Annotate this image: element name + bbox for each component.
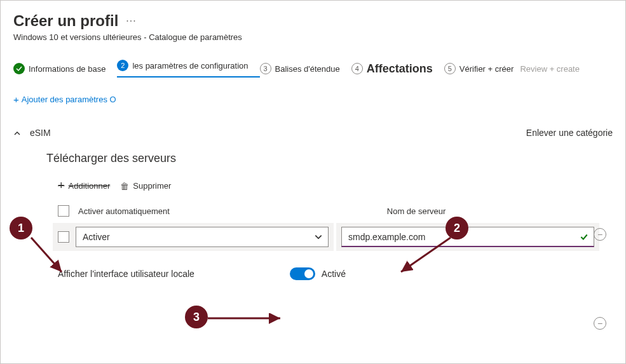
step-review[interactable]: 5 Vérifier + créer bbox=[444, 63, 526, 74]
arrow-1 bbox=[26, 233, 77, 283]
step-label: Review + create bbox=[520, 64, 580, 74]
chevron-up-icon bbox=[13, 129, 21, 137]
auto-enable-row: Activer automatiquement Nom de serveur bbox=[58, 205, 613, 217]
collapse-1[interactable]: − bbox=[594, 228, 606, 241]
fields-row: Activer smdp.example.com bbox=[53, 223, 613, 251]
step-config[interactable]: 2 les paramètres de configuration bbox=[117, 60, 259, 78]
enable-select[interactable]: Activer bbox=[76, 227, 329, 247]
step-label: Informations de base bbox=[29, 64, 105, 74]
page-subtitle: Windows 10 et versions ultérieures - Cat… bbox=[13, 32, 613, 42]
annotation-badge-3: 3 bbox=[185, 306, 208, 328]
toggle-state: Activé bbox=[322, 269, 346, 279]
svg-line-0 bbox=[31, 238, 62, 272]
check-icon bbox=[13, 63, 25, 74]
step-number-icon: 2 bbox=[117, 60, 128, 71]
enable-field-wrap: Activer bbox=[53, 223, 334, 251]
server-name-header: Nom de serveur bbox=[387, 206, 446, 216]
toggle-knob bbox=[304, 269, 313, 278]
step-number-icon: 5 bbox=[444, 63, 456, 74]
collapse-2[interactable]: − bbox=[594, 317, 606, 330]
annotation-badge-2: 2 bbox=[446, 217, 468, 239]
category-row: eSIM Enlever une catégorie bbox=[13, 128, 613, 138]
add-settings-label: Ajouter des paramètres O bbox=[22, 95, 116, 104]
show-ui-label: Afficher l'interface utilisateur locale bbox=[58, 269, 194, 279]
step-label: Vérifier + créer bbox=[459, 64, 514, 74]
select-value: Activer bbox=[83, 232, 110, 242]
svg-line-1 bbox=[401, 238, 451, 272]
step-label: Balises d'étendue bbox=[275, 64, 340, 74]
step-number-icon: 3 bbox=[260, 63, 271, 74]
step-basics[interactable]: Informations de base bbox=[13, 63, 117, 74]
minus-icon: − bbox=[594, 228, 606, 241]
step-label: Affectations bbox=[367, 62, 433, 76]
add-label: Additionner bbox=[69, 181, 111, 191]
step-review-ghost: Review + create bbox=[520, 64, 591, 74]
arrow-2 bbox=[390, 233, 466, 283]
more-icon[interactable]: ··· bbox=[126, 15, 136, 27]
step-scope-tags[interactable]: 3 Balises d'étendue bbox=[260, 63, 351, 74]
delete-label: Supprimer bbox=[133, 181, 171, 191]
annotation-badge-1: 1 bbox=[10, 217, 32, 239]
wizard-steps: Informations de base 2 les paramètres de… bbox=[13, 60, 613, 78]
checkmark-icon bbox=[580, 233, 589, 243]
plus-icon: + bbox=[13, 94, 19, 105]
auto-enable-checkbox[interactable] bbox=[58, 205, 69, 217]
category-name: eSIM bbox=[30, 128, 51, 138]
command-row: + Additionner 🗑 Supprimer bbox=[58, 179, 613, 192]
step-label: les paramètres de configuration bbox=[132, 61, 248, 71]
window-frame: Créer un profil ··· Windows 10 et versio… bbox=[0, 0, 626, 364]
step-assignments[interactable]: 4 Affectations bbox=[351, 62, 444, 76]
minus-icon: − bbox=[594, 317, 606, 330]
section-title: Télécharger des serveurs bbox=[46, 152, 613, 165]
title-row: Créer un profil ··· bbox=[13, 12, 613, 30]
chevron-down-icon bbox=[314, 233, 323, 243]
category-header[interactable]: eSIM bbox=[13, 128, 51, 138]
show-ui-toggle[interactable] bbox=[290, 267, 315, 280]
auto-enable-label: Activer automatiquement bbox=[78, 206, 170, 216]
show-ui-row: Afficher l'interface utilisateur locale … bbox=[58, 267, 613, 280]
remove-category-link[interactable]: Enlever une catégorie bbox=[526, 128, 613, 138]
arrow-3 bbox=[204, 313, 293, 326]
trash-icon: 🗑 bbox=[120, 181, 129, 191]
add-button[interactable]: + Additionner bbox=[58, 179, 110, 192]
step-number-icon: 4 bbox=[351, 63, 363, 74]
delete-button[interactable]: 🗑 Supprimer bbox=[120, 181, 171, 191]
plus-icon: + bbox=[58, 179, 65, 192]
add-settings-link[interactable]: + Ajouter des paramètres O bbox=[13, 94, 613, 105]
page-title: Créer un profil bbox=[13, 12, 118, 30]
